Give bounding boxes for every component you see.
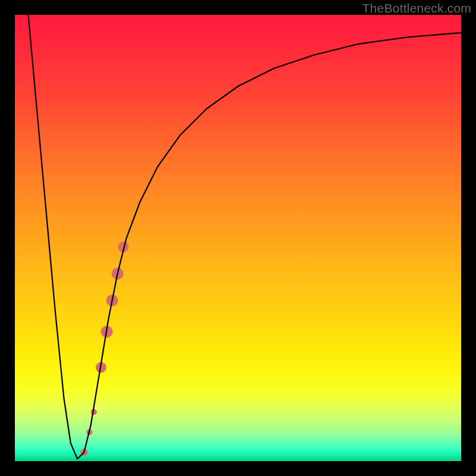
watermark-text: TheBottleneck.com (362, 1, 471, 15)
plot-area (15, 15, 461, 461)
highlight-markers (80, 242, 129, 456)
curve-layer (15, 15, 461, 461)
chart-frame: TheBottleneck.com (0, 0, 476, 476)
bottleneck-curve (29, 15, 462, 459)
